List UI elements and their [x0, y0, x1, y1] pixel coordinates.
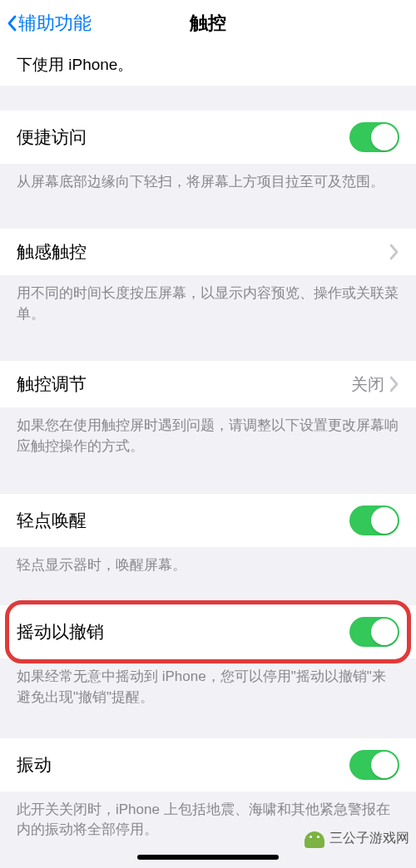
home-indicator — [137, 855, 279, 860]
touch-accommodations-value: 关闭 — [351, 373, 384, 396]
haptic-touch-description: 用不同的时间长度按压屏幕，以显示内容预览、操作或关联菜单。 — [0, 275, 416, 336]
vibration-label: 振动 — [17, 753, 52, 777]
reachability-row[interactable]: 便捷访问 — [0, 111, 416, 164]
chevron-left-icon — [7, 15, 17, 32]
tap-to-wake-row[interactable]: 轻点唤醒 — [0, 494, 416, 547]
haptic-touch-label: 触感触控 — [17, 240, 87, 264]
back-label: 辅助功能 — [18, 11, 92, 36]
vibration-switch[interactable] — [349, 750, 399, 780]
chevron-right-icon — [389, 376, 399, 392]
touch-accommodations-label: 触控调节 — [17, 372, 87, 396]
vibration-row[interactable]: 振动 — [0, 738, 416, 792]
touch-accommodations-description: 如果您在使用触控屏时遇到问题，请调整以下设置更改屏幕响应触控操作的方式。 — [0, 407, 416, 468]
nav-bar: 辅助功能 触控 — [0, 0, 416, 47]
shake-to-undo-switch[interactable] — [349, 617, 399, 647]
reachability-description: 从屏幕底部边缘向下轻扫，将屏幕上方项目拉至可及范围。 — [0, 164, 416, 205]
tap-to-wake-switch[interactable] — [349, 506, 399, 535]
shake-to-undo-description: 如果经常无意中摇动到 iPhone，您可以停用"摇动以撤销"来避免出现"撤销"提… — [0, 658, 416, 719]
tap-to-wake-description: 轻点显示器时，唤醒屏幕。 — [0, 547, 416, 588]
watermark: 三公子游戏网 — [305, 828, 409, 848]
haptic-touch-row[interactable]: 触感触控 — [0, 229, 416, 275]
watermark-text: 三公子游戏网 — [329, 830, 409, 847]
truncated-description: 下使用 iPhone。 — [0, 47, 416, 86]
reachability-label: 便捷访问 — [17, 126, 87, 149]
shake-to-undo-label: 摇动以撤销 — [17, 620, 104, 644]
android-icon — [305, 828, 324, 848]
touch-accommodations-row[interactable]: 触控调节 关闭 — [0, 361, 416, 407]
reachability-switch[interactable] — [349, 122, 399, 152]
tap-to-wake-label: 轻点唤醒 — [17, 509, 87, 532]
chevron-right-icon — [389, 244, 399, 260]
shake-to-undo-row[interactable]: 摇动以撤销 — [0, 605, 416, 658]
back-button[interactable]: 辅助功能 — [0, 11, 92, 36]
